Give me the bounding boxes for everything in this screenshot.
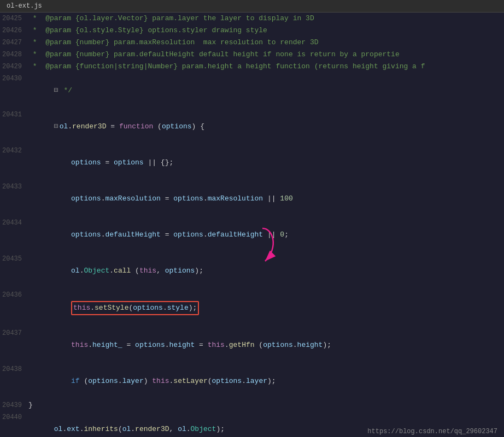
code-line-20430: 20430 ⊟ */: [0, 73, 504, 109]
code-line-20439: 20439 }: [0, 399, 504, 411]
title-bar: ol-ext.js: [0, 0, 504, 13]
code-line-20425: 20425 * @param {ol.layer.Vector} param.l…: [0, 13, 504, 25]
code-line-20436: 20436 this.setStyle(options.style);: [0, 289, 504, 327]
code-line-20428: 20428 * @param {number} param.defaultHei…: [0, 49, 504, 61]
code-line-20435: 20435 ol.Object.call (this, options);: [0, 253, 504, 289]
filename: ol-ext.js: [7, 2, 42, 10]
code-line-20433: 20433 options.maxResolution = options.ma…: [0, 181, 504, 217]
code-line-20431: 20431 ⊟ol.render3D = function (options) …: [0, 109, 504, 145]
bottom-url: https://blog.csdn.net/qq_29602347: [367, 428, 497, 435]
code-line-20429: 20429 * @param {function|string|Number} …: [0, 61, 504, 73]
code-line-20427: 20427 * @param {number} param.maxResolut…: [0, 37, 504, 49]
code-line-20438: 20438 if (options.layer) this.setLayer(o…: [0, 363, 504, 399]
code-line-20432: 20432 options = options || {};: [0, 145, 504, 181]
code-container: 20425 * @param {ol.layer.Vector} param.l…: [0, 13, 504, 437]
code-line-20426: 20426 * @param {ol.style.Style} options.…: [0, 25, 504, 37]
code-line-20434: 20434 options.defaultHeight = options.de…: [0, 217, 504, 253]
code-line-20437: 20437 this.height_ = options.height = th…: [0, 327, 504, 363]
